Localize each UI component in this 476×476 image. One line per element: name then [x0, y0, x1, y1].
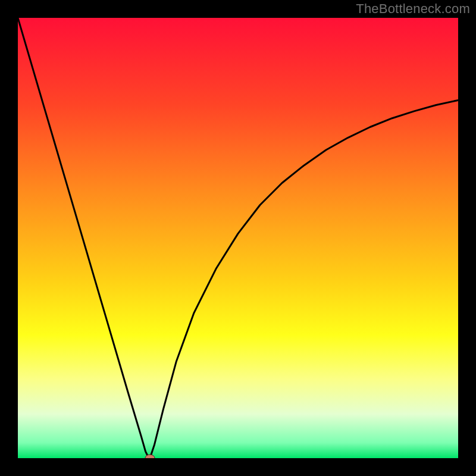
plot-svg — [18, 18, 458, 458]
plot-area — [18, 18, 458, 458]
watermark-label: TheBottleneck.com — [356, 1, 470, 17]
chart-stage: TheBottleneck.com — [0, 0, 476, 476]
heat-background — [18, 18, 458, 458]
